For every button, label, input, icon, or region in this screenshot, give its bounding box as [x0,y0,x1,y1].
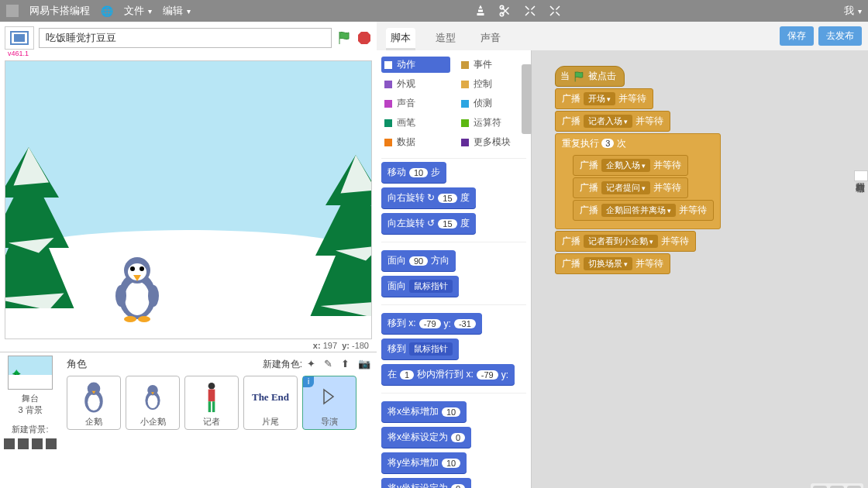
svg-point-13 [124,316,136,322]
block-goto[interactable]: 移到鼠标指针 [381,339,459,359]
block-goto-xy[interactable]: 移到 x:-79y:-31 [381,313,482,334]
sprite-info-icon[interactable]: i [303,376,314,387]
category-声音[interactable]: 声音 [381,95,450,112]
help-drawer[interactable]: 帮助与教程 [854,170,868,181]
sprite-upload-icon[interactable]: ⬆ [341,358,353,370]
block-repeat[interactable]: 重复执行 3 次 广播企鹅入场并等待 广播记者提问并等待 广播企鹅回答并离场并等… [555,133,721,229]
project-title-input[interactable] [39,28,332,48]
svg-rect-3 [14,34,25,42]
stage-thumbnail[interactable]: 🌲 [8,356,53,390]
stage-penguin-sprite[interactable] [110,253,164,323]
menu-edit[interactable]: 编辑 [163,4,191,18]
svg-marker-4 [358,32,370,44]
sprite-item-small-penguin[interactable]: 小企鹅 [126,376,180,430]
sprite-header: 角色 新建角色: ✦ ✎ ⬆ 📷 [67,357,370,371]
new-backdrop-label: 新建背景: [3,424,57,435]
mouse-coords: x: 197 y: -180 [0,339,377,352]
left-column: v461.1 x: 197 y: -180 🌲 舞台 3 背景 新建背景: [0,22,377,488]
backdrop-upload-icon[interactable] [32,438,43,449]
block-broadcast-l2[interactable]: 广播记者提问并等待 [573,177,688,198]
tab-scripts[interactable]: 脚本 [386,28,415,50]
stop-button[interactable] [356,30,372,46]
block-broadcast-2[interactable]: 广播记者入场并等待 [555,111,670,132]
sprite-name: 片尾 [262,416,279,428]
stage-tree-left [5,137,79,339]
category-数据[interactable]: 数据 [381,134,450,150]
save-button[interactable]: 保存 [780,26,814,46]
version-label: v461.1 [8,50,384,57]
block-turn-left[interactable]: 向左旋转 ↺15度 [381,213,476,234]
cut-tool-icon[interactable] [498,4,512,18]
menu-file[interactable]: 文件 [124,4,152,18]
sprite-item-director[interactable]: i 导演 [302,376,356,430]
grow-tool-icon[interactable] [523,4,537,18]
block-broadcast-l3[interactable]: 广播企鹅回答并离场并等待 [573,200,714,221]
shrink-tool-icon[interactable] [548,4,562,18]
svg-point-16 [88,393,100,411]
stamp-tool-icon[interactable] [474,4,487,18]
block-palette: 动作事件外观控制声音侦测画笔运算符数据更多模块 移动10步 向右旋转 ↻15度 … [377,50,532,488]
block-broadcast-4[interactable]: 广播切换场景并等待 [555,253,670,274]
backdrop-paint-icon[interactable] [18,438,29,449]
category-画笔[interactable]: 画笔 [381,115,450,131]
sprite-item-reporter[interactable]: 记者 [184,376,239,430]
category-侦测[interactable]: 侦测 [458,95,527,112]
block-set-y[interactable]: 将y坐标设定为0 [381,478,471,488]
block-set-x[interactable]: 将x坐标设定为0 [381,427,471,448]
tab-costumes[interactable]: 造型 [431,28,460,50]
block-broadcast-1[interactable]: 广播开场并等待 [555,88,653,109]
right-column: 脚本 造型 声音 保存 去发布 动作事件外观控制声音侦测画笔运算符数据更多模块 … [377,22,868,488]
svg-point-9 [130,266,135,271]
stage-header [0,22,377,51]
block-point-towards[interactable]: 面向鼠标指针 [381,276,459,297]
new-sprite-label: 新建角色: [263,358,302,371]
category-事件[interactable]: 事件 [458,57,527,73]
editor-body: 动作事件外观控制声音侦测画笔运算符数据更多模块 移动10步 向右旋转 ↻15度 … [377,50,868,488]
green-flag-button[interactable] [336,30,352,46]
svg-point-11 [115,285,126,307]
backdrop-library-icon[interactable] [4,438,15,449]
fullscreen-button[interactable] [5,26,34,50]
svg-point-21 [208,382,215,389]
backdrop-camera-icon[interactable] [46,438,57,449]
stage-label: 舞台 [3,393,57,404]
svg-point-10 [140,266,144,271]
svg-point-12 [148,285,159,307]
publish-button[interactable]: 去发布 [818,26,862,46]
category-更多模块[interactable]: 更多模块 [458,134,527,150]
svg-rect-23 [208,401,211,412]
block-change-y[interactable]: 将y坐标增加10 [381,452,467,473]
tab-sounds[interactable]: 声音 [476,28,505,50]
category-控制[interactable]: 控制 [458,76,527,92]
block-turn-right[interactable]: 向右旋转 ↻15度 [381,187,476,208]
sprite-library-icon[interactable]: ✦ [307,358,319,370]
sprite-item-ending[interactable]: The End 片尾 [243,376,298,430]
globe-icon[interactable]: 🌐 [101,5,113,17]
script-canvas[interactable]: 当 被点击 广播开场并等待 广播记者入场并等待 重复执行 3 次 广播企鹅入场并… [532,50,868,488]
block-change-x[interactable]: 将x坐标增加10 [381,401,467,422]
script-stack[interactable]: 当 被点击 广播开场并等待 广播记者入场并等待 重复执行 3 次 广播企鹅入场并… [555,66,721,274]
block-point-dir[interactable]: 面向90方向 [381,250,456,271]
sprite-name: 企鹅 [85,416,102,428]
category-外观[interactable]: 外观 [381,76,450,92]
sprite-paint-icon[interactable]: ✎ [324,358,336,370]
sprite-item-penguin[interactable]: 企鹅 [67,376,121,430]
svg-point-6 [125,281,150,315]
svg-rect-24 [212,401,215,412]
sprite-panel: 🌲 舞台 3 背景 新建背景: 角色 新建角色: ✦ ✎ ⬆ [0,352,377,488]
palette-scrollbar[interactable] [522,64,532,134]
sprite-header-label: 角色 [67,357,263,371]
stage-canvas[interactable] [5,60,372,339]
block-when-flag[interactable]: 当 被点击 [555,66,625,87]
block-broadcast-l1[interactable]: 广播企鹅入场并等待 [573,155,688,176]
sprite-camera-icon[interactable]: 📷 [358,358,370,370]
category-运算符[interactable]: 运算符 [458,115,527,131]
block-broadcast-3[interactable]: 广播记者看到小企鹅并等待 [555,231,696,252]
menu-account[interactable]: 我 [844,4,862,18]
block-glide[interactable]: 在1秒内滑行到 x:-79y: [381,364,515,385]
palette-block-list: 移动10步 向右旋转 ↻15度 向左旋转 ↺15度 面向90方向 面向鼠标指针 … [381,162,526,488]
backdrop-count: 3 背景 [3,404,57,416]
svg-point-19 [148,394,158,408]
category-动作[interactable]: 动作 [381,57,450,73]
block-move[interactable]: 移动10步 [381,162,446,183]
